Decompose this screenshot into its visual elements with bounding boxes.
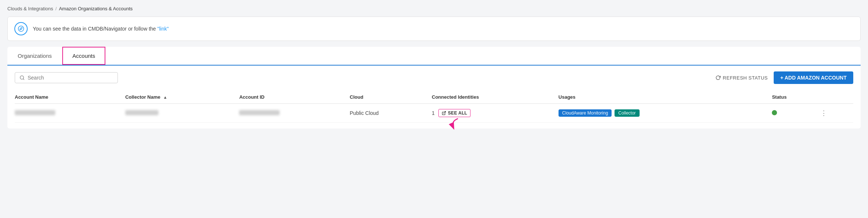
- tabs-container: Organizations Accounts: [7, 47, 861, 66]
- sort-arrow-icon: ▲: [163, 95, 167, 99]
- account-name-cell: [15, 104, 125, 123]
- see-all-button[interactable]: SEE ALL: [438, 109, 470, 117]
- tabs-row: Organizations Accounts: [7, 47, 861, 65]
- accounts-table: Account Name Collector Name ▲ Account ID…: [15, 91, 853, 123]
- account-id-value: [239, 110, 280, 115]
- breadcrumb-parent: Clouds & Integrations: [7, 6, 53, 11]
- col-account-id: Account ID: [239, 91, 350, 104]
- banner-text: You can see the data in CMDB/Navigator o…: [33, 26, 169, 32]
- annotation-arrow: [447, 118, 462, 130]
- breadcrumb: Clouds & Integrations / Amazon Organizat…: [7, 6, 861, 11]
- collector-name-value: [125, 110, 158, 115]
- col-usages: Usages: [559, 91, 772, 104]
- see-all-annotation: SEE ALL: [438, 109, 470, 117]
- table-header-row: Account Name Collector Name ▲ Account ID…: [15, 91, 853, 104]
- usage-badge-cloudaware: CloudAware Monitoring: [559, 109, 612, 117]
- tab-accounts[interactable]: Accounts: [62, 47, 106, 65]
- connected-identities-container: 1 SEE ALL: [432, 109, 554, 117]
- banner-link[interactable]: "link": [157, 26, 169, 32]
- table-row: Public Cloud 1: [15, 104, 853, 123]
- col-collector-name: Collector Name ▲: [125, 91, 239, 104]
- collector-name-cell: [125, 104, 239, 123]
- account-name-value: [15, 110, 55, 115]
- svg-marker-1: [20, 28, 22, 30]
- info-banner: You can see the data in CMDB/Navigator o…: [7, 17, 861, 41]
- compass-icon: [14, 22, 28, 35]
- search-icon: [20, 75, 25, 80]
- table-body: Public Cloud 1: [15, 104, 853, 123]
- search-box[interactable]: [15, 72, 118, 83]
- content-area: REFRESH STATUS + ADD AMAZON ACCOUNT Acco…: [7, 66, 861, 129]
- row-actions-menu[interactable]: ⋮: [819, 109, 829, 117]
- refresh-status-button[interactable]: REFRESH STATUS: [715, 75, 768, 81]
- col-cloud: Cloud: [350, 91, 432, 104]
- tab-organizations[interactable]: Organizations: [7, 47, 62, 65]
- usage-badge-collector: Collector: [615, 109, 639, 117]
- status-dot-active: [772, 110, 777, 115]
- col-status: Status: [772, 91, 819, 104]
- external-link-icon: [442, 111, 446, 115]
- table-header: Account Name Collector Name ▲ Account ID…: [15, 91, 853, 104]
- account-id-cell: [239, 104, 350, 123]
- col-connected-identities: Connected Identities: [432, 91, 559, 104]
- col-account-name: Account Name: [15, 91, 125, 104]
- svg-line-4: [444, 112, 446, 114]
- identity-count: 1: [432, 110, 435, 116]
- refresh-icon: [715, 75, 721, 80]
- add-amazon-account-button[interactable]: + ADD AMAZON ACCOUNT: [774, 71, 853, 84]
- svg-point-0: [18, 26, 24, 32]
- connected-identities-cell: 1 SEE ALL: [432, 104, 559, 123]
- svg-line-3: [23, 79, 24, 80]
- search-input[interactable]: [28, 75, 113, 81]
- usages-cell: CloudAware Monitoring Collector: [559, 104, 772, 123]
- breadcrumb-separator: /: [55, 6, 57, 11]
- page-wrapper: Clouds & Integrations / Amazon Organizat…: [0, 0, 868, 218]
- breadcrumb-current: Amazon Organizations & Accounts: [59, 6, 133, 11]
- cloud-cell: Public Cloud: [350, 104, 432, 123]
- row-actions-cell[interactable]: ⋮: [819, 104, 853, 123]
- col-actions: [819, 91, 853, 104]
- status-cell: [772, 104, 819, 123]
- toolbar: REFRESH STATUS + ADD AMAZON ACCOUNT: [15, 71, 853, 84]
- toolbar-right: REFRESH STATUS + ADD AMAZON ACCOUNT: [715, 71, 853, 84]
